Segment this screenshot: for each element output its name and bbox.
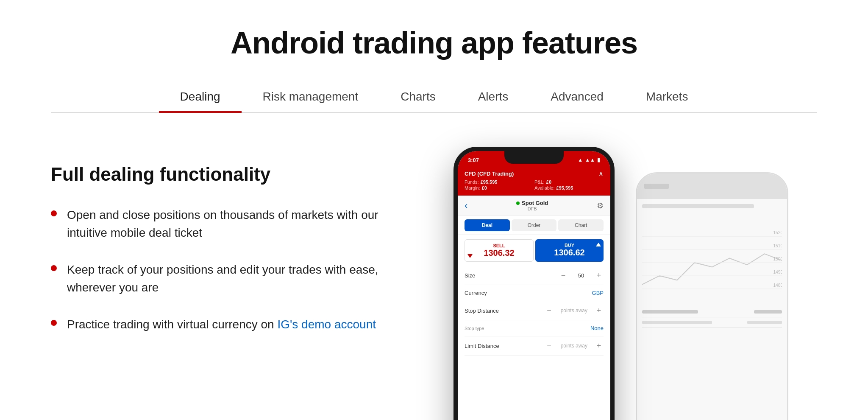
list-item: Open and close positions on thousands of… — [51, 206, 390, 242]
currency-label: Currency — [465, 290, 487, 296]
tab-charts[interactable]: Charts — [379, 81, 456, 112]
svg-text:1490.00: 1490.00 — [773, 270, 782, 274]
bg-row — [642, 317, 782, 328]
size-value: 50 — [575, 272, 587, 279]
instrument-type: DFB — [528, 206, 537, 211]
available-row: Available: £95,595 — [534, 185, 604, 190]
phone-section: 1520.00 1510.00 1500.00 1490.00 1480.00 — [432, 147, 771, 420]
nav-tabs: Dealing Risk management Charts Alerts Ad… — [51, 81, 817, 113]
gear-icon[interactable]: ⚙ — [597, 201, 604, 210]
buy-price: 1306.62 — [554, 248, 584, 258]
svg-text:1500.00: 1500.00 — [773, 257, 782, 261]
tab-alerts[interactable]: Alerts — [457, 81, 530, 112]
size-row: Size − 50 + — [465, 266, 604, 285]
stop-distance-row: Stop Distance − points away + — [465, 301, 604, 320]
collapse-icon[interactable]: ∧ — [598, 170, 604, 178]
pl-row: P&L: £0 — [534, 179, 604, 185]
tab-advanced[interactable]: Advanced — [529, 81, 625, 112]
buy-label: BUY — [565, 243, 574, 248]
tab-deal[interactable]: Deal — [465, 219, 510, 231]
svg-text:1520.00: 1520.00 — [773, 230, 782, 235]
account-title: CFD (CFD Trading) — [465, 171, 514, 177]
instrument-info: Spot Gold DFB — [467, 200, 597, 211]
svg-text:1510.00: 1510.00 — [773, 244, 782, 248]
signal-icon: ▲▲ — [585, 157, 595, 163]
stop-increase-button[interactable]: + — [594, 306, 604, 315]
sell-triangle-icon — [467, 254, 473, 258]
bullet-text-3: Practice trading with virtual currency o… — [67, 316, 376, 333]
limit-distance-row: Limit Distance − points away + — [465, 336, 604, 356]
limit-decrease-button[interactable]: − — [545, 341, 554, 350]
sell-price: 1306.32 — [484, 248, 514, 258]
tab-chart[interactable]: Chart — [558, 219, 604, 231]
section-title: Full dealing functionality — [51, 164, 390, 185]
bullet-dot — [51, 265, 57, 271]
limit-distance-control: − points away + — [545, 341, 604, 350]
status-icons: ▲ ▲▲ ▮ — [578, 157, 600, 163]
stop-decrease-button[interactable]: − — [545, 306, 554, 315]
bullet-dot — [51, 320, 57, 326]
limit-points-value: points away — [561, 343, 587, 349]
deal-tabs: Deal Order Chart — [458, 216, 610, 235]
phone-screen: 3:07 ▲ ▲▲ ▮ CFD (CFD Trading) ∧ — [458, 151, 610, 420]
main-content: Full dealing functionality Open and clos… — [51, 147, 817, 420]
live-dot — [516, 202, 520, 205]
size-label: Size — [465, 272, 475, 279]
limit-distance-label: Limit Distance — [465, 343, 499, 349]
bullet-list: Open and close positions on thousands of… — [51, 206, 390, 333]
sell-buy-row: SELL 1306.32 BUY 1306.62 — [458, 235, 610, 266]
bullet-text-2: Keep track of your positions and edit yo… — [67, 261, 390, 297]
margin-row: Margin: £0 — [465, 185, 534, 190]
limit-increase-button[interactable]: + — [594, 341, 604, 350]
demo-account-link[interactable]: IG's demo account — [277, 318, 376, 331]
currency-value: GBP — [592, 290, 604, 296]
funds-row: Funds: £95,595 — [465, 179, 534, 185]
wifi-icon: ▲ — [578, 157, 583, 163]
tab-dealing[interactable]: Dealing — [159, 81, 242, 112]
size-increase-button[interactable]: + — [594, 271, 604, 280]
bg-row — [642, 307, 782, 317]
bullet-dot — [51, 210, 57, 216]
text-section: Full dealing functionality Open and clos… — [51, 147, 390, 333]
sell-label: SELL — [493, 243, 505, 248]
phone-background: 1520.00 1510.00 1500.00 1490.00 1480.00 — [636, 172, 788, 420]
currency-row: Currency GBP — [465, 285, 604, 301]
instrument-name: Spot Gold — [522, 200, 548, 206]
size-control: − 50 + — [559, 271, 604, 280]
stop-distance-label: Stop Distance — [465, 308, 499, 314]
status-time: 3:07 — [468, 157, 479, 163]
account-header: CFD (CFD Trading) ∧ Funds: £95,595 P&L: … — [458, 166, 610, 196]
stop-type-label: Stop type — [465, 326, 484, 331]
buy-block[interactable]: BUY 1306.62 — [535, 239, 604, 262]
stop-points-value: points away — [561, 308, 587, 314]
tab-markets[interactable]: Markets — [625, 81, 709, 112]
battery-icon: ▮ — [597, 157, 600, 163]
list-item: Keep track of your positions and edit yo… — [51, 261, 390, 297]
bullet-text-1: Open and close positions on thousands of… — [67, 206, 390, 242]
back-arrow-icon[interactable]: ‹ — [465, 200, 467, 211]
stop-type-value: None — [590, 325, 604, 331]
form-section: Size − 50 + Currency GBP — [458, 266, 610, 420]
phone-notch — [504, 151, 564, 164]
buy-triangle-icon — [596, 243, 601, 246]
svg-text:1480.00: 1480.00 — [773, 283, 782, 288]
page-title: Android trading app features — [51, 25, 817, 60]
phone-main: 3:07 ▲ ▲▲ ▮ CFD (CFD Trading) ∧ — [453, 147, 615, 420]
tab-order[interactable]: Order — [512, 219, 557, 231]
list-item: Practice trading with virtual currency o… — [51, 316, 390, 333]
stop-type-row: Stop type None — [465, 320, 604, 336]
sell-block[interactable]: SELL 1306.32 — [465, 239, 534, 262]
stop-distance-control: − points away + — [545, 306, 604, 315]
instrument-header: ‹ Spot Gold DFB ⚙ — [458, 196, 610, 216]
tab-risk-management[interactable]: Risk management — [242, 81, 380, 112]
size-decrease-button[interactable]: − — [559, 271, 568, 280]
